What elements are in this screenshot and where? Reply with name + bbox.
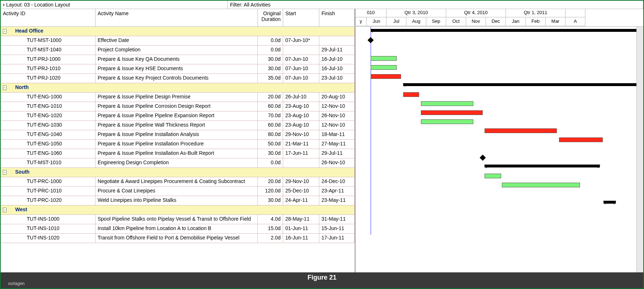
timeline-header: 010Qtr 3, 2010Qtr 4, 2010Qtr 1, 2011 yJu… [355, 9, 643, 26]
group-name: West [9, 205, 355, 214]
cell-start: 29-Nov-10 [283, 130, 319, 139]
cell-start: 28-May-11 [283, 215, 319, 224]
collapse-icon[interactable]: - [3, 208, 7, 212]
gantt-chart[interactable] [355, 27, 643, 273]
activity-row[interactable]: TUT-ENG-1050Prepare & Issue Pipeline Ins… [1, 140, 355, 149]
activity-row[interactable]: TUT-PRC-1010Procure & Coat Linepipes120.… [1, 187, 355, 196]
cell-finish: 12-Nov-10 [319, 102, 355, 111]
collapse-icon[interactable]: - [3, 85, 7, 90]
cell-activity-name: Procure & Coat Linepipes [95, 187, 258, 196]
cell-start: 07-Jun-10 [283, 55, 319, 64]
cell-duration: 35.0d [258, 74, 283, 83]
task-bar[interactable] [421, 101, 473, 106]
cell-finish: 31-May-11 [319, 215, 355, 224]
cell-activity-id: TUT-INS-1000 [9, 215, 95, 224]
task-bar[interactable] [502, 183, 580, 187]
cell-activity-name: Prepare & Issue Key QA Documents [95, 55, 258, 64]
activity-row[interactable]: TUT-ENG-1020Prepare & Issue Pipeline Pip… [1, 111, 355, 121]
col-finish[interactable]: Finish [319, 9, 355, 26]
task-bar[interactable] [485, 128, 557, 133]
cell-activity-name: Prepare & Issue Pipeline Corrosion Desig… [95, 102, 258, 111]
task-bar[interactable] [559, 137, 603, 142]
vertical-scrollbar[interactable] [636, 27, 643, 273]
milestone-icon[interactable] [479, 155, 486, 161]
task-bar[interactable] [371, 74, 401, 79]
cell-activity-name: Prepare & Issue Pipeline Installation An… [95, 130, 258, 139]
activity-row[interactable]: TUT-ENG-1030Prepare & Issue Pipeline Wal… [1, 121, 355, 130]
cell-duration: 20.0d [258, 177, 283, 186]
group-name: Head Office [9, 27, 355, 36]
summary-bar[interactable] [485, 165, 600, 167]
activity-row[interactable]: TUT-MST-1040Project Completion0.0d29-Jul… [1, 46, 355, 55]
cell-duration: 15.0d [258, 224, 283, 233]
activity-row[interactable]: TUT-PRC-1000Negotiate & Award Linepipes … [1, 177, 355, 187]
cell-duration: 60.0d [258, 102, 283, 111]
activity-row[interactable]: TUT-PRJ-1020Prepare & Issue Key Project … [1, 74, 355, 83]
activity-row[interactable]: TUT-PRJ-1000Prepare & Issue Key QA Docum… [1, 55, 355, 64]
cell-finish: 29-Jul-11 [319, 46, 355, 55]
cell-activity-id: TUT-PRC-1000 [9, 177, 95, 186]
cell-start [283, 46, 319, 55]
task-bar[interactable] [421, 119, 473, 124]
cell-activity-name: Prepare & Issue Pipeline Wall Thickness … [95, 121, 258, 130]
cell-activity-id: TUT-PRJ-1000 [9, 55, 95, 64]
cell-start: 23-Aug-10 [283, 121, 319, 130]
summary-bar[interactable] [604, 201, 616, 204]
cell-duration: 120.0d [258, 187, 283, 196]
cell-start: 29-Nov-10 [283, 177, 319, 186]
task-bar[interactable] [371, 65, 397, 70]
cell-activity-id: TUT-ENG-1040 [9, 130, 95, 139]
group-row[interactable]: -South [1, 168, 355, 177]
activity-row[interactable]: TUT-ENG-1000Prepare & Issue Pipeline Des… [1, 93, 355, 102]
cell-duration: 70.0d [258, 111, 283, 120]
activity-row[interactable]: TUT-PRJ-1010Prepare & Issue Key HSE Docu… [1, 64, 355, 74]
activity-row[interactable]: TUT-INS-1010Install 10km Pipeline from L… [1, 224, 355, 234]
figure-caption: Figure 21 [1, 274, 643, 281]
task-bar[interactable] [371, 56, 397, 61]
cell-activity-id: TUT-MST-1040 [9, 46, 95, 55]
cell-duration: 0.0d [258, 158, 283, 167]
task-bar[interactable] [421, 110, 483, 115]
activity-row[interactable]: TUT-ENG-1010Prepare & Issue Pipeline Cor… [1, 102, 355, 111]
cell-activity-id: TUT-ENG-1010 [9, 102, 95, 111]
activity-row[interactable]: TUT-PRC-1020Weld Linepipes into Pipeline… [1, 196, 355, 205]
summary-bar[interactable] [403, 83, 643, 86]
col-activity-name[interactable]: Activity Name [95, 9, 258, 26]
cell-duration: 0.0d [258, 36, 283, 45]
cell-activity-name: Prepare & Issue Key HSE Documents [95, 64, 258, 73]
cell-finish: 17-Jun-11 [319, 234, 355, 243]
col-start[interactable]: Start [283, 9, 319, 26]
activity-row[interactable]: TUT-INS-1020Transit from Offshore Field … [1, 234, 355, 243]
milestone-icon[interactable] [368, 37, 374, 43]
group-name: North [9, 83, 355, 92]
activity-row[interactable]: TUT-MST-1000Effective Date0.0d07-Jun-10* [1, 36, 355, 46]
task-bar[interactable] [403, 92, 419, 97]
group-row[interactable]: -North [1, 83, 355, 93]
layout-selector[interactable]: ▾ Layout: 03 - Location Layout [1, 1, 228, 9]
activity-row[interactable]: TUT-ENG-1040Prepare & Issue Pipeline Ins… [1, 130, 355, 140]
filter-selector[interactable]: Filter: All Activities [228, 1, 643, 9]
cell-start: 07-Jun-10* [283, 36, 319, 45]
cell-activity-name: Prepare & Issue Pipeline Pipeline Expans… [95, 111, 258, 120]
col-duration[interactable]: Original Duration [258, 9, 283, 26]
cell-start: 23-Aug-10 [283, 111, 319, 120]
cell-activity-name: Negotiate & Award Linepipes Procurement … [95, 177, 258, 186]
cell-activity-name: Prepare & Issue Pipeline Design Premise [95, 93, 258, 102]
col-activity-id[interactable]: Activity ID [1, 9, 95, 26]
activity-row[interactable]: TUT-MST-1010Engineering Design Completio… [1, 158, 355, 168]
collapse-icon[interactable]: - [3, 29, 7, 34]
group-row[interactable]: -West [1, 205, 355, 215]
cell-finish [319, 36, 355, 45]
activity-row[interactable]: TUT-INS-1000Spool Pipeline Stalks onto P… [1, 215, 355, 224]
cell-finish: 27-May-11 [319, 140, 355, 149]
group-row[interactable]: -Head Office [1, 27, 355, 36]
cell-activity-id: TUT-PRJ-1020 [9, 74, 95, 83]
layout-label: Layout: 03 - Location Layout [6, 2, 70, 8]
summary-bar[interactable] [371, 29, 643, 32]
collapse-icon[interactable]: - [3, 170, 7, 175]
cell-activity-name: Prepare & Issue Key Project Controls Doc… [95, 74, 258, 83]
task-bar[interactable] [485, 174, 501, 178]
activity-row[interactable]: TUT-ENG-1060Prepare & Issue Pipeline Ins… [1, 149, 355, 158]
activity-grid[interactable]: -Head OfficeTUT-MST-1000Effective Date0.… [1, 27, 355, 243]
cell-activity-name: Spool Pipeline Stalks onto Pipelay Vesse… [95, 215, 258, 224]
